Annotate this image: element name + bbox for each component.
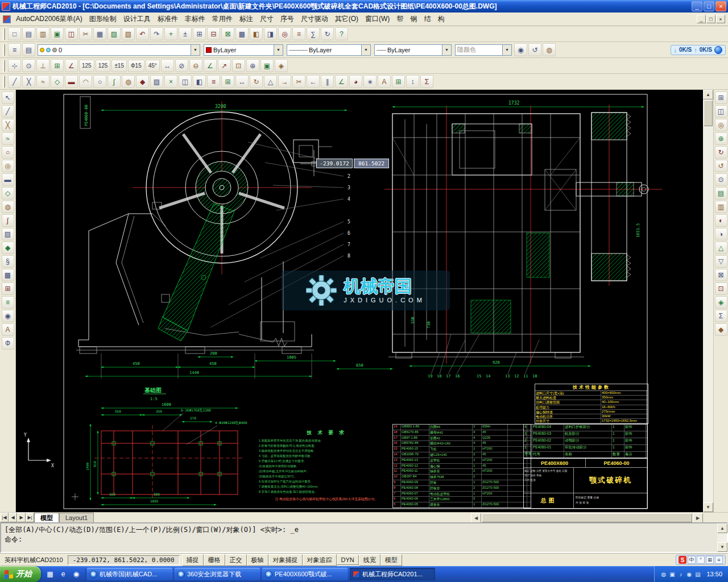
hatch-icon[interactable]: ▨	[2, 228, 14, 240]
horizontal-scroll-thumb[interactable]	[482, 513, 692, 522]
erase-icon[interactable]: ×	[164, 75, 177, 88]
attribute-icon[interactable]: Ф	[2, 337, 14, 350]
trim-icon[interactable]: ✂	[292, 75, 305, 88]
dim-icon[interactable]: ↕	[406, 75, 419, 88]
tray-icon-3[interactable]: ♪	[676, 570, 685, 579]
scroll-down-icon[interactable]: ▼	[703, 502, 713, 512]
scroll-right-icon[interactable]: ▶	[693, 513, 703, 523]
calculator-icon[interactable]: ∑	[307, 27, 320, 40]
close-button[interactable]: ×	[715, 1, 726, 11]
model-toggle[interactable]: 模型	[380, 554, 402, 566]
ellipse-icon[interactable]: ◍	[122, 75, 135, 88]
linetype-select[interactable]: ———— ByLayer ▼	[287, 44, 371, 56]
spline-icon[interactable]: ∫	[107, 75, 121, 88]
table-icon[interactable]: ⊞	[392, 75, 405, 88]
sum-icon[interactable]: Σ	[715, 310, 727, 322]
cut-icon[interactable]: ✂	[79, 27, 92, 40]
minimize-button[interactable]: _	[692, 1, 702, 11]
menu-steel[interactable]: 钢	[407, 13, 420, 26]
view-front-icon[interactable]: ▥	[715, 201, 727, 213]
center-mark-icon[interactable]: ⊕	[246, 59, 259, 72]
tab-prev-icon[interactable]: ◀	[9, 513, 17, 522]
menu-window[interactable]: 窗口(W)	[362, 13, 393, 26]
tolerance-button[interactable]: ±15	[111, 60, 127, 72]
ortho-toggle[interactable]: 正交	[225, 554, 247, 566]
mline-icon[interactable]: ≡	[2, 296, 14, 309]
command-scrollbar[interactable]: ▲ ▼	[717, 523, 727, 552]
view-top-icon[interactable]: ▤	[715, 187, 727, 199]
ime-settings-icon[interactable]: ≡	[715, 556, 723, 564]
lineweight-toggle[interactable]: 线宽	[359, 554, 380, 566]
chevron-down-icon[interactable]: ▼	[191, 45, 200, 55]
array-icon[interactable]: ⊞	[221, 75, 234, 88]
hatch-icon[interactable]: ▨	[150, 75, 163, 88]
color-select[interactable]: ByLayer ▼	[204, 44, 283, 56]
make-object-layer-icon[interactable]: ◉	[514, 43, 527, 56]
taskbar-task-2[interactable]: e 360安全浏览器下载	[175, 568, 260, 580]
tab-last-icon[interactable]: ▶|	[26, 513, 34, 522]
chamfer-icon[interactable]: ∠	[335, 75, 348, 88]
dyn-toggle[interactable]: DYN	[337, 555, 359, 565]
taskbar-task-3[interactable]: e PE400X600颚式破...	[262, 568, 348, 580]
osnap-settings-icon[interactable]: ⊙	[22, 59, 35, 72]
ime-logo-icon[interactable]: S	[679, 556, 686, 564]
help-icon[interactable]: ?	[335, 27, 348, 40]
stretch-icon[interactable]: →	[278, 75, 291, 88]
arc-icon[interactable]: ◠	[79, 75, 92, 88]
grid-toggle[interactable]: 栅格	[204, 554, 225, 566]
block-icon[interactable]: ◆	[2, 242, 14, 254]
taskbar-task-4[interactable]: 机械工程师CAD201...	[350, 568, 435, 580]
ellipse-icon[interactable]: ◍	[2, 201, 14, 213]
scroll-up-icon[interactable]: ▲	[703, 90, 713, 99]
plot-icon[interactable]: ▣	[51, 27, 64, 40]
menu-annotate[interactable]: 标注	[236, 13, 257, 26]
menu-draw[interactable]: 图形绘制	[86, 13, 120, 26]
tray-icon-5[interactable]: ▤	[693, 570, 702, 579]
snap-icon[interactable]: ⊹	[8, 59, 21, 72]
save-icon[interactable]: ▥	[36, 27, 49, 40]
menu-standard-parts[interactable]: 标准件	[154, 13, 181, 26]
dim-style-icon[interactable]: ◈	[275, 59, 288, 72]
vertical-scroll-thumb[interactable]	[704, 100, 713, 126]
netspeed-logo-icon[interactable]	[714, 46, 722, 54]
layer-walk-icon[interactable]: ◍	[543, 43, 556, 56]
design-center-icon[interactable]: ◧	[250, 27, 263, 40]
move-icon[interactable]: ↔	[235, 75, 249, 88]
quicklaunch-player-icon[interactable]: ◉	[71, 569, 81, 579]
quicklaunch-ie-icon[interactable]: e	[58, 569, 68, 579]
tray-icon-2[interactable]: ▣	[668, 570, 676, 579]
toolbar-grip[interactable]	[3, 60, 5, 72]
polygon-icon[interactable]: ◇	[51, 75, 64, 88]
region-icon[interactable]: ⊠	[715, 269, 727, 281]
layer-select[interactable]: 0 ▼	[38, 44, 200, 56]
zoom-in-icon[interactable]: ↻	[715, 146, 727, 159]
dim-diameter-icon[interactable]: ⊖	[189, 59, 202, 72]
menu-struct1[interactable]: 结	[420, 13, 434, 26]
chevron-down-icon[interactable]: ▼	[361, 45, 370, 55]
ime-keyboard-icon[interactable]: ⊞	[706, 556, 714, 564]
start-button[interactable]: 开始	[0, 566, 41, 582]
menu-balloon[interactable]: 序号	[277, 13, 297, 26]
toolbar-grip[interactable]	[3, 44, 5, 56]
pan-icon[interactable]: +	[164, 27, 177, 40]
drawing-canvas[interactable]: .lw{stroke:#e0e0e0;fill:none;stroke-widt…	[16, 90, 703, 512]
donut-icon[interactable]: ◎	[2, 160, 14, 172]
style-icon[interactable]: ◈	[715, 296, 727, 309]
scale-button-2[interactable]: 125	[96, 60, 111, 72]
tray-icon-1[interactable]: ◍	[659, 570, 668, 579]
tab-next-icon[interactable]: ▶	[17, 513, 26, 522]
dim-edit-icon[interactable]: ▣	[260, 59, 274, 72]
menu-help[interactable]: 帮	[393, 13, 407, 26]
leader-icon[interactable]: ↗	[218, 59, 231, 72]
offset-icon[interactable]: ≡	[207, 75, 220, 88]
command-prompt[interactable]: 命令:	[5, 535, 714, 544]
dim-angular-icon[interactable]: ∠	[204, 59, 217, 72]
circle-icon[interactable]: ○	[93, 75, 106, 88]
ortho-mode-icon[interactable]: ⊥	[36, 59, 49, 72]
tab-first-icon[interactable]: |◀	[0, 513, 9, 522]
diameter-button[interactable]: Ф15	[128, 60, 144, 72]
dim-linear-icon[interactable]: ↔	[161, 59, 174, 72]
extend-icon[interactable]: ←	[307, 75, 320, 88]
fillet-icon[interactable]: ◕	[349, 75, 362, 88]
block-icon[interactable]: ◆	[715, 323, 727, 336]
